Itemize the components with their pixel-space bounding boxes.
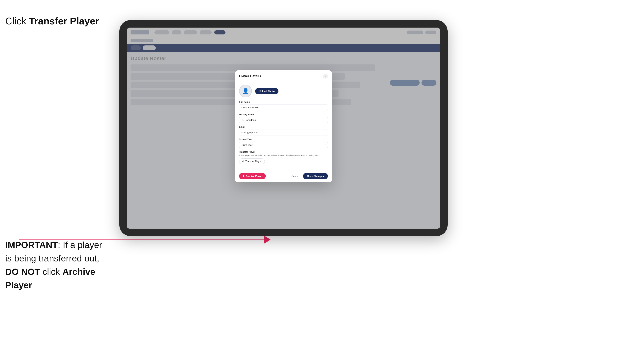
do-not-label: DO NOT [5,267,40,277]
modal-overlay: Player Details × 👤 Upload Photo Full Nam [127,27,440,229]
save-changes-button[interactable]: Save Changes [303,173,328,179]
instruction-top: Click Transfer Player [5,15,99,27]
full-name-field: Full Name [239,101,328,111]
instruction-bottom: IMPORTANT: If a player is being transfer… [5,238,110,292]
transfer-player-button-label: Transfer Player [246,160,262,163]
archive-icon: ⬇ [242,175,244,177]
instruction-bottom-text2: click [40,267,62,277]
arrow-line-vertical [19,30,20,240]
transfer-player-description: If this player has moved to another scho… [239,154,328,157]
important-label: IMPORTANT [5,240,58,250]
avatar: 👤 [239,85,252,97]
transfer-player-section: Transfer Player If this player has moved… [239,151,328,164]
transfer-player-section-label: Transfer Player [239,151,328,153]
school-year-select-wrapper: First Year Second Year Third Year Fourth… [239,142,328,148]
transfer-icon: ⟳ [242,160,244,163]
cancel-button[interactable]: Cancel [289,173,301,179]
avatar-row: 👤 Upload Photo [239,85,328,97]
display-name-field: Display Name [239,113,328,123]
email-label: Email [239,126,328,128]
transfer-player-button[interactable]: ⟳ Transfer Player [239,159,265,164]
modal-footer: ⬇ Archive Player Cancel Save Changes [235,171,332,182]
display-name-input[interactable] [239,117,328,123]
modal-body: 👤 Upload Photo Full Name Display Name [235,81,332,171]
instruction-top-prefix: Click [5,16,29,26]
arrow-head [264,236,270,244]
archive-player-button[interactable]: ⬇ Archive Player [239,173,266,179]
modal-title: Player Details [239,74,261,78]
display-name-label: Display Name [239,113,328,116]
school-year-label: School Year [239,138,328,141]
modal-header: Player Details × [235,70,332,81]
tablet-frame: Update Roster Player Details × [119,20,448,236]
school-year-select[interactable]: First Year Second Year Third Year Fourth… [239,142,328,148]
avatar-icon: 👤 [242,88,249,94]
upload-photo-button[interactable]: Upload Photo [255,88,278,94]
instruction-top-bold: Transfer Player [29,16,99,26]
school-year-field: School Year First Year Second Year Third… [239,138,328,148]
full-name-label: Full Name [239,101,328,103]
tablet-screen: Update Roster Player Details × [127,27,440,229]
email-input[interactable] [239,129,328,136]
full-name-input[interactable] [239,104,328,111]
modal-close-button[interactable]: × [323,74,328,79]
player-details-modal: Player Details × 👤 Upload Photo Full Nam [235,70,332,182]
email-field: Email [239,126,328,136]
archive-player-label: Archive Player [246,175,262,177]
